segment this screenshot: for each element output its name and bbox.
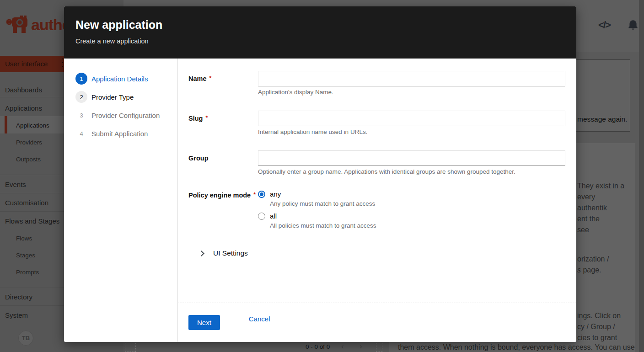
step-label: Provider Configuration [91, 112, 160, 119]
group-input[interactable] [258, 150, 565, 166]
user-avatar[interactable]: TB [18, 331, 33, 346]
wizard-form-panel: Name* Application's display Name. Slug* … [178, 59, 576, 342]
table-placeholder-box [376, 343, 382, 352]
modal-header: New application Create a new application [64, 6, 576, 59]
name-input[interactable] [258, 71, 565, 86]
label-text: Name [188, 75, 207, 82]
wizard-step-application-details[interactable]: 1 Application Details [64, 69, 177, 88]
api-browser-icon[interactable]: </> [598, 19, 610, 31]
next-button[interactable]: Next [188, 315, 220, 330]
radio-all[interactable] [258, 213, 265, 220]
doc-text-line: s page. [577, 266, 601, 274]
policy-any-help: Any policy must match to grant access [270, 200, 565, 207]
table-placeholder-box [125, 343, 136, 352]
doc-text-line: see [577, 226, 589, 234]
step-number-badge: 3 [75, 109, 87, 121]
modal-title: New application [75, 18, 565, 32]
banner-dismiss-text-fragment[interactable]: message again. [577, 115, 627, 123]
doc-italic-fragment: s [577, 266, 581, 274]
wizard-steps-nav: 1 Application Details 2 Provider Type 3 … [64, 59, 178, 342]
group-label: Group [188, 150, 258, 175]
label-text: Policy engine mode [188, 192, 251, 199]
policy-option-any[interactable]: any [258, 190, 565, 198]
step-number-badge: 4 [75, 128, 87, 139]
doc-bottom-line: them access. When nothing is bound, ever… [398, 343, 635, 352]
app-root: authentik </> User interface Dashboards … [0, 0, 644, 352]
page-scrollbar[interactable] [639, 0, 644, 352]
radio-any-label: any [270, 190, 281, 198]
radio-all-label: all [270, 212, 277, 220]
policy-all-help: All policies must match to grant access [270, 222, 565, 229]
name-help-text: Application's display Name. [258, 89, 565, 96]
ui-settings-label: UI Settings [213, 249, 248, 257]
wizard-step-provider-configuration: 3 Provider Configuration [64, 106, 177, 124]
doc-text-line: ings. Click on [577, 312, 621, 320]
authentik-logo-icon [6, 14, 28, 36]
pagination-next-icon[interactable]: › [360, 342, 362, 351]
slug-field-row: Slug* Internal application name used in … [188, 111, 565, 135]
sidebar-drag-handle[interactable] [62, 59, 63, 69]
modal-subtitle: Create a new application [75, 37, 565, 45]
wizard-step-provider-type[interactable]: 2 Provider Type [64, 88, 177, 106]
sidebar-section-label: User interface [5, 60, 48, 68]
ui-settings-expander[interactable]: UI Settings [199, 249, 565, 257]
doc-text-line: authentik [577, 204, 607, 212]
group-field-row: Group Optionally enter a group name. App… [188, 150, 565, 175]
slug-input[interactable] [258, 111, 565, 126]
step-label: Provider Type [91, 93, 134, 101]
label-text: Group [188, 155, 209, 162]
name-label: Name* [188, 71, 258, 96]
doc-text-line: They exist in a [577, 182, 624, 190]
step-number-badge: 1 [75, 73, 87, 85]
notification-bell-icon[interactable] [627, 19, 639, 33]
wizard-step-submit-application: 4 Submit Application [64, 124, 177, 143]
slug-label: Slug* [188, 111, 258, 135]
cancel-button[interactable]: Cancel [249, 315, 270, 323]
slug-help-text: Internal application name used in URLs. [258, 128, 565, 135]
step-label: Submit Application [91, 130, 148, 138]
doc-text-line: ent the [577, 215, 600, 223]
doc-text-line: every [577, 193, 595, 201]
label-text: Slug [188, 115, 203, 122]
pagination-prev-icon[interactable]: ‹ [341, 342, 344, 351]
pagination-range: 0 - 0 of 0 [306, 343, 330, 350]
doc-text-fragment: page. [581, 266, 601, 274]
radio-any[interactable] [258, 191, 265, 198]
policy-engine-mode-row: Policy engine mode* any Any policy must … [188, 190, 565, 229]
required-asterisk: * [253, 192, 256, 198]
doc-text-line: orization / [577, 255, 609, 263]
doc-text-line-italic: cy / Group / [577, 323, 615, 331]
modal-footer: Next Cancel [178, 303, 576, 342]
chevron-right-icon [199, 251, 204, 256]
required-asterisk: * [209, 75, 212, 81]
required-asterisk: * [205, 115, 208, 121]
step-number-badge: 2 [75, 91, 87, 103]
name-field-row: Name* Application's display Name. [188, 71, 565, 96]
policy-option-all[interactable]: all [258, 212, 565, 220]
step-label: Application Details [91, 75, 148, 83]
doc-text-line: cies to grant [577, 334, 617, 342]
group-help-text: Optionally enter a group name. Applicati… [258, 168, 565, 175]
new-application-modal: New application Create a new application… [64, 6, 576, 342]
policy-engine-mode-label: Policy engine mode* [188, 190, 258, 229]
